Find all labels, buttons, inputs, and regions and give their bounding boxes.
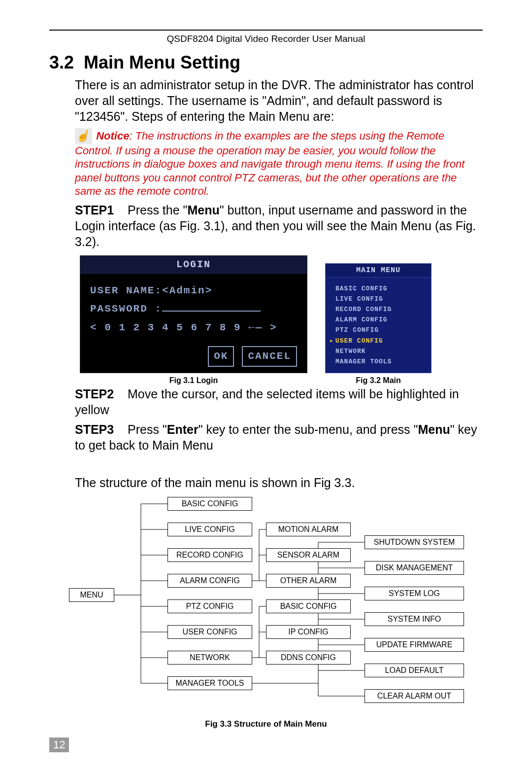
diagram-node: LOAD DEFAULT	[365, 664, 464, 677]
step3-kw2: Menu	[418, 422, 450, 436]
step1-keyword: Menu	[187, 203, 219, 217]
step3-pre: Press "	[128, 422, 167, 436]
section-title: Main Menu Setting	[84, 52, 240, 72]
fig31-caption: Fig 3.1 Login	[169, 376, 218, 385]
menu-structure-diagram: MENUBASIC CONFIGLIVE CONFIGRECORD CONFIG…	[64, 494, 468, 716]
mainmenu-item[interactable]: PTZ CONFIG	[330, 325, 427, 335]
login-user-value: <Admin>	[162, 285, 212, 296]
diagram-node: BASIC CONFIG	[266, 599, 351, 613]
diagram-node: DISK MANAGEMENT	[365, 561, 464, 575]
login-pass-field	[162, 311, 261, 312]
page-header: QSDF8204 Digital Video Recorder User Man…	[49, 30, 483, 44]
diagram-node: SYSTEM LOG	[365, 587, 464, 600]
diagram-node: MANAGER TOOLS	[167, 676, 252, 690]
fig32-caption: Fig 3.2 Main	[356, 376, 401, 385]
diagram-node: BASIC CONFIG	[167, 497, 252, 511]
diagram-node: LIVE CONFIG	[167, 523, 252, 536]
mainmenu-item[interactable]: LIVE CONFIG	[330, 294, 427, 304]
diagram-node: SYSTEM INFO	[365, 612, 464, 626]
diagram-node: USER CONFIG	[167, 625, 252, 639]
mainmenu-title: MAIN MENU	[326, 264, 431, 278]
login-title: LOGIN	[80, 256, 307, 274]
login-username-row: USER NAME:<Admin>	[90, 281, 297, 300]
diagram-node: CLEAR ALARM OUT	[365, 689, 464, 703]
step2-paragraph: STEP2 Move the cursor, and the selected …	[49, 386, 483, 418]
mainmenu-item[interactable]: USER CONFIG	[330, 335, 427, 346]
mainmenu-item[interactable]: BASIC CONFIG	[330, 283, 427, 294]
notice-text: : The instructions in the examples are t…	[75, 130, 465, 197]
login-user-label: USER NAME:	[90, 285, 162, 296]
section-number: 3.2	[49, 52, 74, 72]
step2-text: Move the cursor, and the selected items …	[75, 387, 459, 417]
step1-paragraph: STEP1 Press the "Menu" button, input use…	[49, 202, 483, 249]
ok-button[interactable]: OK	[208, 346, 234, 367]
manual-page: QSDF8204 Digital Video Recorder User Man…	[0, 0, 532, 772]
diagram-node: SHUTDOWN SYSTEM	[365, 535, 464, 549]
mainmenu-screenshot: MAIN MENU BASIC CONFIGLIVE CONFIGRECORD …	[325, 263, 432, 373]
notice-paragraph: ☝ Notice: The instructions in the exampl…	[49, 128, 483, 198]
fig33-caption: Fig 3.3 Structure of Main Menu	[49, 719, 483, 729]
diagram-node: SENSOR ALARM	[266, 548, 351, 562]
step3-kw1: Enter	[167, 422, 199, 436]
diagram-node: UPDATE FIRMWARE	[365, 638, 464, 652]
login-pass-label: PASSWORD :	[90, 303, 162, 315]
diagram-node: OTHER ALARM	[266, 574, 351, 588]
mainmenu-item[interactable]: NETWORK	[330, 346, 427, 356]
diagram-node: ALARM CONFIG	[167, 574, 252, 588]
diagram-node: DDNS CONFIG	[266, 651, 351, 665]
section-heading: 3.2 Main Menu Setting	[49, 52, 483, 73]
intro-paragraph: There is an administrator setup in the D…	[49, 77, 483, 124]
diagram-node: RECORD CONFIG	[167, 548, 252, 562]
figures-row: LOGIN USER NAME:<Admin> PASSWORD : < 0 1…	[54, 255, 483, 385]
hand-icon: ☝	[75, 128, 92, 144]
fig-mainmenu-col: MAIN MENU BASIC CONFIGLIVE CONFIGRECORD …	[325, 263, 432, 385]
mainmenu-item[interactable]: RECORD CONFIG	[330, 304, 427, 315]
step1-pre: Press the "	[128, 203, 187, 217]
step3-label: STEP3	[75, 422, 114, 436]
login-digits-row: < 0 1 2 3 4 5 6 7 8 9 ←— >	[90, 318, 297, 337]
mainmenu-item[interactable]: MANAGER TOOLS	[330, 356, 427, 367]
mainmenu-body: BASIC CONFIGLIVE CONFIGRECORD CONFIGALAR…	[326, 278, 431, 373]
login-screenshot: LOGIN USER NAME:<Admin> PASSWORD : < 0 1…	[80, 255, 307, 373]
mainmenu-item[interactable]: ALARM CONFIG	[330, 315, 427, 325]
cancel-button[interactable]: CANCEL	[242, 346, 297, 367]
login-buttons: OK CANCEL	[90, 346, 297, 367]
login-body: USER NAME:<Admin> PASSWORD : < 0 1 2 3 4…	[80, 274, 307, 373]
page-number: 12	[49, 737, 69, 752]
step1-label: STEP1	[75, 203, 114, 217]
diagram-node: MOTION ALARM	[266, 523, 351, 536]
diagram-node: PTZ CONFIG	[167, 599, 252, 613]
step2-label: STEP2	[75, 387, 114, 401]
fig-login-col: LOGIN USER NAME:<Admin> PASSWORD : < 0 1…	[80, 255, 307, 385]
login-password-row: PASSWORD :	[90, 300, 297, 318]
diagram-node: IP CONFIG	[266, 625, 351, 639]
diagram-node: NETWORK	[167, 651, 252, 665]
step3-mid: " key to enter the sub-menu, and press "	[199, 422, 418, 436]
step3-paragraph: STEP3 Press "Enter" key to enter the sub…	[49, 421, 483, 453]
notice-label: Notice	[96, 130, 129, 142]
diagram-node: MENU	[69, 588, 114, 602]
struct-intro: The structure of the main menu is shown …	[49, 475, 483, 491]
